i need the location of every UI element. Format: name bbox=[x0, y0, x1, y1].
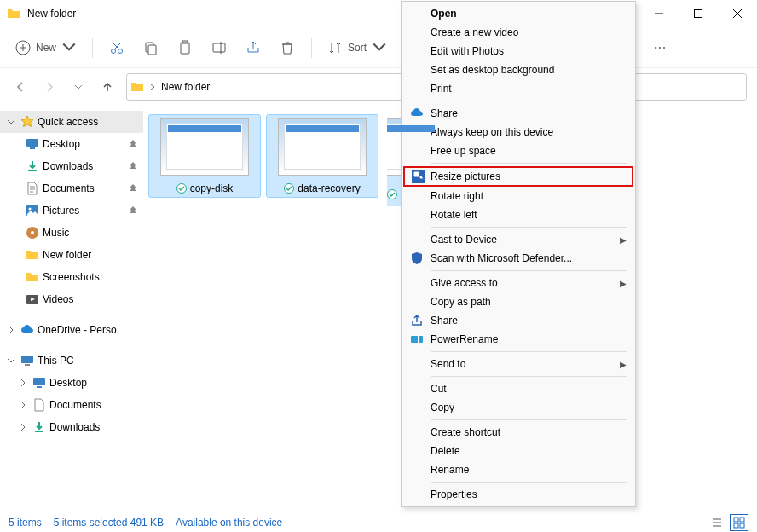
separator bbox=[431, 227, 627, 228]
sidebar-item-pc-documents[interactable]: Documents bbox=[0, 394, 143, 416]
more-button[interactable] bbox=[644, 32, 675, 63]
ctx-free-space[interactable]: Free up space bbox=[403, 142, 633, 160]
ctx-copy[interactable]: Copy bbox=[403, 398, 633, 417]
availability: Available on this device bbox=[176, 517, 282, 529]
minimize-button[interactable] bbox=[639, 0, 679, 27]
ctx-share2[interactable]: Share bbox=[403, 311, 633, 330]
thumbnails-view-button[interactable] bbox=[730, 514, 748, 531]
sidebar-item-screenshots[interactable]: Screenshots bbox=[0, 266, 143, 288]
titlebar: New folder bbox=[0, 0, 757, 27]
sidebar-item-this-pc[interactable]: This PC bbox=[0, 350, 143, 372]
desktop-icon bbox=[32, 376, 46, 390]
chevron-right-icon bbox=[149, 84, 156, 90]
sidebar-item-documents[interactable]: Documents bbox=[0, 177, 143, 200]
ctx-print[interactable]: Print bbox=[403, 79, 633, 98]
ctx-rotate-left[interactable]: Rotate left bbox=[403, 205, 633, 224]
svg-rect-28 bbox=[734, 523, 738, 528]
chevron-right-icon bbox=[7, 326, 15, 334]
window-controls bbox=[639, 0, 757, 27]
svg-point-11 bbox=[663, 47, 665, 49]
ctx-powerrename[interactable]: PowerRename bbox=[403, 330, 633, 349]
maximize-button[interactable] bbox=[679, 0, 718, 27]
copy-button[interactable] bbox=[136, 32, 166, 63]
pin-icon bbox=[128, 139, 138, 149]
sort-label: Sort bbox=[348, 42, 367, 54]
svg-rect-13 bbox=[30, 147, 35, 149]
svg-rect-29 bbox=[740, 523, 744, 528]
ctx-copy-path[interactable]: Copy as path bbox=[403, 292, 633, 311]
ctx-defender[interactable]: Scan with Microsoft Defender... bbox=[403, 249, 633, 268]
share-button[interactable] bbox=[238, 32, 269, 63]
ctx-edit-photos[interactable]: Edit with Photos bbox=[403, 42, 633, 61]
ctx-resize-pictures[interactable]: Resize pictures bbox=[403, 166, 633, 187]
star-icon bbox=[20, 115, 34, 129]
ctx-open[interactable]: Open bbox=[403, 4, 633, 23]
sync-check-icon bbox=[387, 189, 397, 200]
svg-rect-21 bbox=[33, 378, 45, 385]
shield-icon bbox=[410, 252, 424, 265]
clipboard-icon bbox=[177, 40, 193, 55]
forward-button[interactable] bbox=[39, 77, 60, 97]
ctx-set-background[interactable]: Set as desktop background bbox=[403, 61, 633, 79]
new-button[interactable]: New bbox=[9, 32, 84, 63]
sidebar-item-new-folder[interactable]: New folder bbox=[0, 244, 143, 266]
ctx-rename[interactable]: Rename bbox=[403, 460, 633, 479]
ctx-delete[interactable]: Delete bbox=[403, 442, 633, 460]
ctx-give-access[interactable]: Give access to▶ bbox=[403, 274, 633, 292]
ctx-create-video[interactable]: Create a new video bbox=[403, 23, 633, 42]
details-view-button[interactable] bbox=[708, 514, 726, 531]
close-button[interactable] bbox=[718, 0, 757, 27]
svg-point-3 bbox=[118, 49, 123, 53]
ctx-share[interactable]: Share bbox=[403, 104, 633, 123]
sidebar-item-pc-desktop[interactable]: Desktop bbox=[0, 372, 143, 394]
sidebar-item-videos[interactable]: Videos bbox=[0, 288, 143, 310]
cut-button[interactable] bbox=[101, 32, 132, 63]
ctx-send-to[interactable]: Send to▶ bbox=[403, 355, 633, 373]
separator bbox=[431, 101, 627, 101]
share-arrow-icon bbox=[410, 314, 424, 327]
ctx-properties[interactable]: Properties bbox=[403, 485, 633, 504]
svg-point-15 bbox=[29, 208, 32, 211]
thumbnail bbox=[278, 118, 367, 176]
chevron-down-icon bbox=[74, 83, 83, 91]
breadcrumb[interactable]: New folder bbox=[161, 81, 210, 93]
up-button[interactable] bbox=[97, 77, 118, 97]
pin-icon bbox=[128, 161, 138, 171]
share-icon bbox=[246, 40, 261, 55]
paste-button[interactable] bbox=[170, 32, 200, 63]
svg-point-2 bbox=[112, 49, 116, 53]
ctx-always-keep[interactable]: Always keep on this device bbox=[403, 123, 633, 142]
ctx-cut[interactable]: Cut bbox=[403, 379, 633, 398]
ctx-rotate-right[interactable]: Rotate right bbox=[403, 187, 633, 205]
svg-rect-0 bbox=[695, 10, 702, 18]
status-bar: 5 items 5 items selected 491 KB Availabl… bbox=[0, 512, 757, 532]
sidebar-item-music[interactable]: Music bbox=[0, 222, 143, 244]
sidebar-item-pc-downloads[interactable]: Downloads bbox=[0, 416, 143, 438]
delete-button[interactable] bbox=[272, 32, 303, 63]
toolbar: New Sort bbox=[0, 27, 757, 68]
ctx-create-shortcut[interactable]: Create shortcut bbox=[403, 423, 633, 442]
rename-button[interactable] bbox=[204, 32, 234, 63]
ctx-cast[interactable]: Cast to Device▶ bbox=[403, 230, 633, 249]
sidebar-item-quick-access[interactable]: Quick access bbox=[0, 111, 143, 133]
recent-button[interactable] bbox=[68, 77, 89, 97]
back-button[interactable] bbox=[10, 77, 31, 97]
sidebar-item-downloads[interactable]: Downloads bbox=[0, 155, 143, 177]
pc-icon bbox=[20, 354, 34, 367]
file-item[interactable]: copy-disk bbox=[152, 118, 257, 194]
item-count: 5 items bbox=[9, 517, 42, 529]
nav-row: New folder bbox=[0, 68, 757, 106]
sort-button[interactable]: Sort bbox=[321, 32, 394, 63]
ellipsis-icon bbox=[652, 40, 667, 55]
sidebar-item-onedrive[interactable]: OneDrive - Perso bbox=[0, 319, 143, 341]
svg-rect-19 bbox=[21, 356, 33, 363]
chevron-right-icon bbox=[19, 379, 27, 387]
file-item[interactable]: data-recovery bbox=[269, 118, 375, 194]
sidebar-item-desktop[interactable]: Desktop bbox=[0, 133, 143, 155]
sidebar-item-pictures[interactable]: Pictures bbox=[0, 200, 143, 222]
cloud-icon bbox=[20, 323, 34, 337]
chevron-right-icon bbox=[19, 423, 27, 431]
nav-pane: Quick access Desktop Downloads Documents… bbox=[0, 106, 143, 512]
desktop-icon bbox=[26, 137, 39, 151]
sync-check-icon bbox=[284, 183, 294, 194]
